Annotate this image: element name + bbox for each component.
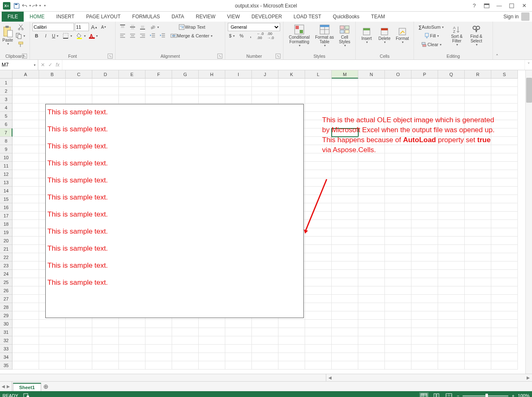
col-head-S[interactable]: S [491,70,518,79]
hscroll-right-icon[interactable]: ▶ [525,375,532,380]
cell-S21[interactable] [491,245,518,253]
cell-C30[interactable] [66,320,92,328]
cell-R26[interactable] [465,286,491,295]
cell-N22[interactable] [358,253,385,261]
cell-Q17[interactable] [438,212,465,220]
clipboard-launcher-icon[interactable]: ⤡ [22,54,27,59]
cell-B33[interactable] [39,345,66,353]
cell-H30[interactable] [199,320,225,328]
cell-L26[interactable] [305,286,332,295]
cell-O17[interactable] [385,212,411,220]
cell-M26[interactable] [332,286,358,295]
cell-E33[interactable] [119,345,145,353]
cell-G2[interactable] [172,87,199,95]
cell-L11[interactable] [305,162,332,170]
cell-Q15[interactable] [438,195,465,203]
cell-A4[interactable] [12,104,39,112]
cell-J1[interactable] [252,79,278,87]
cell-L1[interactable] [305,79,332,87]
col-head-A[interactable]: A [12,70,39,79]
cell-K3[interactable] [278,95,305,104]
align-center-icon[interactable] [128,32,137,40]
cell-S22[interactable] [491,253,518,261]
cell-Q19[interactable] [438,228,465,237]
cell-Q11[interactable] [438,162,465,170]
clear-button[interactable]: Clear▼ [416,40,446,49]
cell-C1[interactable] [66,79,92,87]
cell-N29[interactable] [358,311,385,320]
cell-A6[interactable] [12,120,39,128]
cell-N12[interactable] [358,170,385,178]
cell-N16[interactable] [358,203,385,212]
cell-M33[interactable] [332,345,358,353]
cell-P28[interactable] [411,303,438,311]
cell-P3[interactable] [411,95,438,104]
cell-A3[interactable] [12,95,39,104]
cell-M35[interactable] [332,361,358,370]
format-cells-button[interactable]: Format▼ [394,23,411,48]
cell-S24[interactable] [491,270,518,278]
cell-A14[interactable] [12,187,39,195]
cell-Q32[interactable] [438,336,465,345]
cell-R22[interactable] [465,253,491,261]
cell-C33[interactable] [66,345,92,353]
cell-M22[interactable] [332,253,358,261]
cell-P27[interactable] [411,295,438,303]
ribbon-options-icon[interactable] [481,1,492,10]
row-head-21[interactable]: 21 [0,245,12,253]
cancel-formula-icon[interactable]: ✕ [41,62,45,68]
cell-E35[interactable] [119,361,145,370]
cell-E30[interactable] [119,320,145,328]
cell-D35[interactable] [92,361,119,370]
cell-O18[interactable] [385,220,411,228]
cell-H2[interactable] [199,87,225,95]
cell-S35[interactable] [491,361,518,370]
cell-A7[interactable] [12,128,39,137]
cell-A19[interactable] [12,228,39,237]
vertical-scrollbar[interactable] [525,70,532,374]
align-top-icon[interactable] [118,23,127,31]
find-select-button[interactable]: Find & Select▼ [467,23,485,48]
cell-D2[interactable] [92,87,119,95]
cell-Q14[interactable] [438,187,465,195]
view-normal-icon[interactable] [419,392,429,397]
row-head-29[interactable]: 29 [0,311,12,320]
tab-insert[interactable]: INSERT [50,12,80,22]
col-head-K[interactable]: K [278,70,305,79]
cell-R3[interactable] [465,95,491,104]
cell-O12[interactable] [385,170,411,178]
cell-O22[interactable] [385,253,411,261]
cell-A24[interactable] [12,270,39,278]
cell-M12[interactable] [332,170,358,178]
view-pagebreak-icon[interactable] [444,392,453,397]
cell-N3[interactable] [358,95,385,104]
excel-app-icon[interactable]: X≡ [2,1,12,11]
cell-G1[interactable] [172,79,199,87]
tab-pagelayout[interactable]: PAGE LAYOUT [80,12,126,22]
expand-formula-bar-icon[interactable]: ˅ [525,60,532,70]
annotation-textbox[interactable]: This is the actual OLE object image whic… [322,115,501,155]
cell-J3[interactable] [252,95,278,104]
cell-I35[interactable] [225,361,252,370]
cell-Q12[interactable] [438,170,465,178]
tab-team[interactable]: TEAM [365,12,391,22]
cell-S30[interactable] [491,320,518,328]
row-head-35[interactable]: 35 [0,361,12,370]
cell-M27[interactable] [332,295,358,303]
cell-L32[interactable] [305,336,332,345]
insert-button[interactable]: Insert▼ [358,23,375,48]
cell-P31[interactable] [411,328,438,336]
cell-R32[interactable] [465,336,491,345]
cell-S20[interactable] [491,237,518,245]
col-head-O[interactable]: O [385,70,411,79]
cell-O30[interactable] [385,320,411,328]
cell-L24[interactable] [305,270,332,278]
underline-icon[interactable]: U▼ [51,32,60,40]
increase-indent-icon[interactable] [158,32,167,40]
cell-Q24[interactable] [438,270,465,278]
cell-L35[interactable] [305,361,332,370]
cell-A34[interactable] [12,353,39,361]
cell-J33[interactable] [252,345,278,353]
cell-P12[interactable] [411,170,438,178]
cell-S12[interactable] [491,170,518,178]
